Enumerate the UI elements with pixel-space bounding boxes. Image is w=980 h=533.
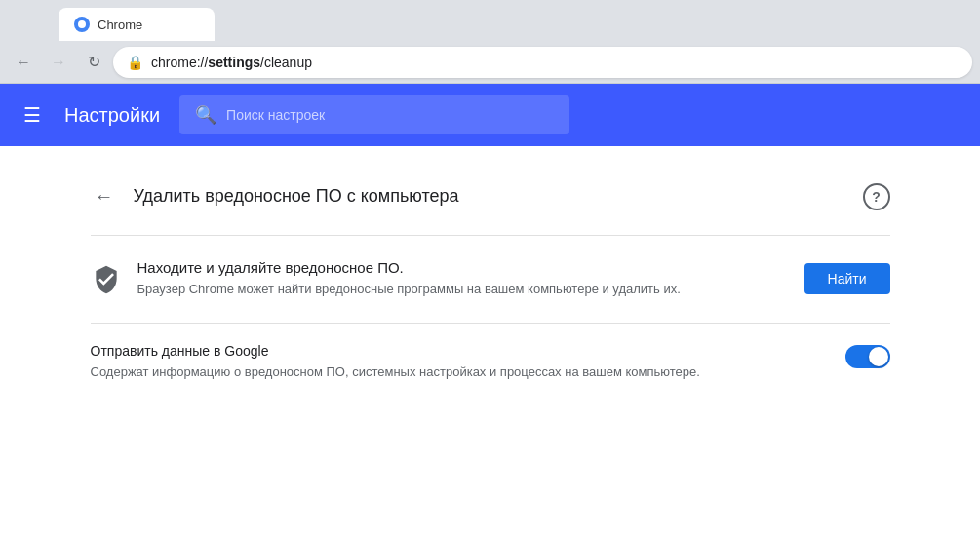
- shield-icon: [91, 263, 122, 298]
- page-title: Удалить вредоносное ПО с компьютера: [134, 186, 459, 207]
- toggle-slider: [845, 345, 890, 368]
- help-icon-button[interactable]: ?: [863, 183, 890, 210]
- browser-chrome: Chrome ← → ↻ 🔒 chrome://settings/cleanup: [0, 0, 980, 84]
- tab-favicon: [74, 17, 90, 32]
- url-text: chrome://settings/cleanup: [151, 55, 312, 70]
- search-placeholder: Поиск настроек: [226, 107, 325, 123]
- toggle-desc: Содержат информацию о вредоносном ПО, си…: [91, 362, 754, 382]
- url-suffix: /cleanup: [260, 55, 312, 70]
- url-path: settings: [208, 55, 260, 70]
- refresh-button[interactable]: ↻: [78, 47, 109, 78]
- content-area: ← Удалить вредоносное ПО с компьютера ? …: [52, 146, 929, 420]
- page-header-left: ← Удалить вредоносное ПО с компьютера: [91, 181, 459, 211]
- search-box[interactable]: 🔍 Поиск настроек: [179, 95, 569, 134]
- lock-icon: 🔒: [127, 55, 143, 70]
- toggle-text: Отправить данные в Google Содержат инфор…: [91, 343, 830, 382]
- send-data-toggle[interactable]: [845, 345, 890, 368]
- hamburger-button[interactable]: ☰: [16, 95, 49, 134]
- active-tab[interactable]: Chrome: [59, 8, 215, 41]
- toggle-row: Отправить данные в Google Содержат инфор…: [91, 343, 890, 382]
- toggle-label: Отправить данные в Google: [91, 343, 830, 359]
- back-button[interactable]: ←: [8, 47, 39, 78]
- malware-main-text: Находите и удаляйте вредоносное ПО.: [137, 259, 789, 276]
- back-arrow-button[interactable]: ←: [91, 181, 118, 211]
- settings-header: ☰ Настройки 🔍 Поиск настроек: [0, 84, 980, 146]
- search-icon: 🔍: [195, 104, 216, 126]
- url-protocol: chrome://: [151, 55, 208, 70]
- tab-title: Chrome: [98, 18, 142, 32]
- malware-sub-text: Браузер Chrome может найти вредоносные п…: [137, 280, 789, 299]
- page-header: ← Удалить вредоносное ПО с компьютера ?: [91, 166, 890, 236]
- tab-bar: Chrome: [0, 0, 980, 41]
- settings-body: ← Удалить вредоносное ПО с компьютера ? …: [0, 146, 980, 533]
- nav-bar: ← → ↻ 🔒 chrome://settings/cleanup: [0, 41, 980, 84]
- settings-title: Настройки: [64, 104, 160, 127]
- address-bar[interactable]: 🔒 chrome://settings/cleanup: [113, 47, 972, 78]
- find-button[interactable]: Найти: [804, 263, 890, 294]
- forward-button[interactable]: →: [43, 47, 74, 78]
- send-data-section: Отправить данные в Google Содержат инфор…: [91, 324, 890, 401]
- malware-section-content: Находите и удаляйте вредоносное ПО. Брау…: [137, 259, 789, 299]
- malware-section: Находите и удаляйте вредоносное ПО. Брау…: [91, 236, 890, 324]
